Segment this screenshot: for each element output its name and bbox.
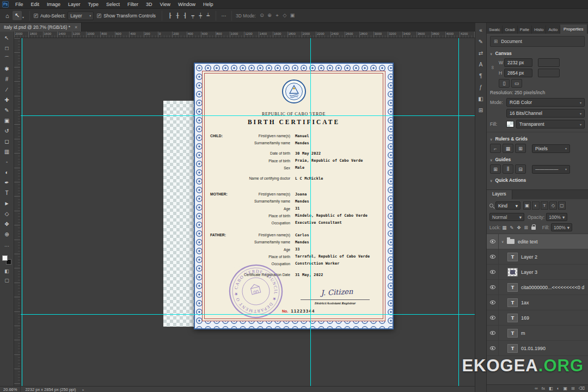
panel-tab[interactable]: Actio	[546, 26, 560, 34]
guide-style-dropdown[interactable]: —————▾	[532, 165, 570, 174]
link-layers-icon[interactable]: ∞	[535, 386, 538, 391]
bit-depth-dropdown[interactable]: 16 Bits/Channel▾	[506, 109, 585, 118]
certificate-document[interactable]: REPUBLIC OF CABO VERDE BIRTH CERTIFICATE…	[194, 63, 394, 329]
tab-layers[interactable]: Layers	[487, 190, 512, 199]
layer-thumbnail[interactable]	[507, 298, 518, 307]
align-right-icon[interactable]: ┨	[181, 13, 189, 19]
layer-name[interactable]: 01.01.1990	[521, 346, 546, 351]
layer-thumbnail[interactable]	[507, 253, 518, 261]
filter-kind-dropdown[interactable]: Kind▾	[495, 201, 520, 210]
zoom-level-field[interactable]: 20.66%	[0, 387, 21, 392]
pen-tool[interactable]: ✒	[1, 177, 13, 188]
character-panel-icon[interactable]: A	[479, 59, 483, 70]
add-layer-mask-icon[interactable]: ◧	[549, 386, 553, 391]
layer-row[interactable]: ∨ Layer 2	[487, 249, 588, 265]
align-top-icon[interactable]: ┯	[189, 13, 197, 19]
new-layer-icon[interactable]: ⊞	[571, 386, 575, 391]
horizontal-guide[interactable]	[21, 115, 475, 116]
align-left-icon[interactable]: ┠	[166, 13, 174, 19]
align-vertical-center-icon[interactable]: ┿	[197, 13, 204, 19]
3d-pan-icon[interactable]: ⌖	[273, 13, 281, 19]
brush-settings-icon[interactable]: ✎	[479, 36, 483, 47]
close-tab-icon[interactable]: ×	[75, 24, 77, 30]
layer-row[interactable]: ∨ m	[487, 326, 588, 341]
layer-row[interactable]: ∨ cita0000000...<<<<<<<<<0 d	[487, 280, 588, 295]
menu-item[interactable]: Select	[102, 0, 124, 9]
marquee-tool[interactable]: □	[1, 43, 13, 53]
landscape-orientation-button[interactable]: ▭	[511, 79, 522, 88]
lock-position-icon[interactable]: ✥	[517, 225, 520, 230]
clone-source-icon[interactable]: ⇄	[479, 47, 483, 59]
layer-name[interactable]: cita0000000...<<<<<<<<<0 d	[521, 285, 584, 290]
menu-item[interactable]: File	[11, 0, 27, 9]
visibility-toggle[interactable]	[487, 341, 499, 356]
menu-item[interactable]: Filter	[124, 0, 142, 9]
path-selection-tool[interactable]: ►	[1, 198, 13, 209]
menu-item[interactable]: Type	[84, 0, 103, 9]
3d-scale-icon[interactable]: ▣	[289, 13, 296, 19]
type-tool[interactable]: T	[1, 188, 13, 198]
panel-tab[interactable]: Histo	[532, 26, 546, 34]
layer-row[interactable]: ∨ 1ax	[487, 295, 588, 310]
horizontal-ruler[interactable]: 2000180016001400120010008006004002000200…	[14, 32, 475, 38]
layer-thumbnail[interactable]	[507, 329, 518, 338]
toggle-rulers-icon[interactable]: ⌐	[490, 144, 501, 153]
new-adjustment-layer-icon[interactable]: ◐	[557, 386, 560, 391]
healing-brush-tool[interactable]: ✚	[1, 95, 13, 105]
dodge-tool[interactable]: ◐	[1, 167, 13, 177]
vertical-guide[interactable]	[22, 38, 22, 386]
glyphs-panel-icon[interactable]: ƒ	[479, 82, 482, 93]
quick-selection-tool[interactable]: ✱	[1, 64, 13, 74]
layer-name[interactable]: 169	[521, 315, 529, 321]
portrait-orientation-button[interactable]: ▯	[499, 79, 510, 88]
menu-item[interactable]: View	[156, 0, 174, 9]
show-transform-checkbox[interactable]: ✓	[97, 14, 101, 18]
tool-preset-caret-icon[interactable]: ▾	[22, 15, 24, 19]
layer-style-icon[interactable]: fx	[542, 386, 545, 391]
document-tab[interactable]: Italy id.psd @ 20.7% (RGB/16) * ×	[0, 23, 82, 32]
move-tool[interactable]: ↖	[1, 33, 13, 43]
canvas-fill-dropdown[interactable]: Transparent▾	[516, 120, 585, 128]
height-field[interactable]: 2854 px	[504, 69, 532, 77]
lock-all-icon[interactable]	[531, 226, 536, 230]
blend-mode-dropdown[interactable]: Normal▾	[489, 213, 524, 221]
layer-name[interactable]: edite text	[518, 239, 538, 244]
menu-item[interactable]: Layer	[64, 0, 84, 9]
layer-name[interactable]: Layer 3	[521, 270, 537, 275]
delete-layer-icon[interactable]: ⌫	[579, 386, 585, 391]
eraser-tool[interactable]: ◻	[1, 136, 13, 146]
menu-item[interactable]: 3D	[142, 0, 156, 9]
auto-select-dropdown[interactable]: Layer▾	[68, 11, 94, 20]
visibility-toggle[interactable]	[487, 310, 499, 325]
shape-tool[interactable]: ◇	[1, 209, 13, 219]
quick-actions-section-header[interactable]: ∨Quick Actions	[490, 177, 585, 183]
panel-tab[interactable]: Swatc	[487, 26, 503, 34]
foreground-background-swatches[interactable]	[2, 255, 11, 265]
opacity-field[interactable]: 100%▾	[546, 213, 567, 221]
lock-transparency-icon[interactable]: ▦	[502, 225, 506, 230]
eyedropper-tool[interactable]: ∕	[1, 84, 13, 95]
link-dimensions-icon[interactable]: ∞	[490, 66, 495, 69]
rulers-grids-section-header[interactable]: ∨Rulers & Grids	[490, 136, 585, 142]
libraries-panel-icon[interactable]: ⊞	[479, 105, 483, 116]
visibility-toggle[interactable]	[487, 295, 499, 310]
adjustments-panel-icon[interactable]: ◧	[478, 93, 483, 105]
new-guide-layout-icon[interactable]: ⊞	[490, 164, 501, 174]
layer-row[interactable]: ∨ Layer 3	[487, 265, 588, 280]
status-options-caret-icon[interactable]: ▸	[82, 388, 84, 391]
color-mode-dropdown[interactable]: RGB Color▾	[506, 98, 585, 107]
vertical-ruler[interactable]	[14, 38, 21, 386]
layer-thumbnail[interactable]	[507, 268, 518, 277]
menu-item[interactable]: Window	[174, 0, 199, 9]
menu-item[interactable]: Edit	[27, 0, 44, 9]
crop-tool[interactable]: #	[1, 74, 13, 84]
3d-orbit-icon[interactable]: ⊙	[258, 13, 266, 19]
fill-field[interactable]: 100%▾	[551, 223, 572, 231]
filter-smart-objects-icon[interactable]: ▢	[558, 201, 566, 210]
lock-guides-icon[interactable]: ⫼	[503, 164, 513, 174]
lock-artboard-icon[interactable]: ⊞	[524, 225, 528, 230]
zoom-tool[interactable]: ⊕	[1, 229, 13, 240]
foreground-color-swatch[interactable]	[2, 255, 8, 261]
history-brush-tool[interactable]: ↺	[1, 126, 13, 136]
vertical-guide[interactable]	[310, 38, 311, 386]
